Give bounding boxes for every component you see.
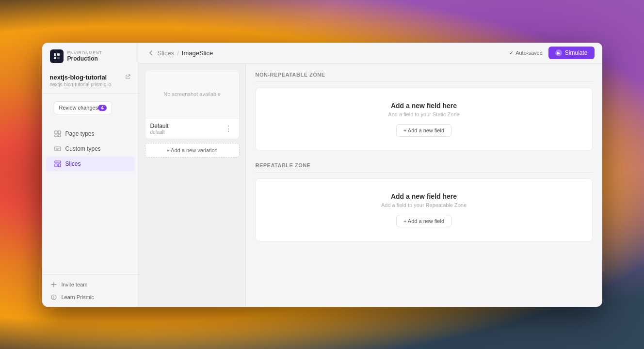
slice-name: Default <box>150 123 169 129</box>
environment-label: Environment <box>67 50 102 55</box>
project-name: nextjs-blog-tutorial <box>50 74 131 81</box>
fields-panel: Non-Repeatable Zone Add a new field here… <box>246 64 602 307</box>
svg-rect-0 <box>54 53 56 56</box>
slice-menu-button[interactable]: ⋮ <box>223 124 234 133</box>
custom-types-icon <box>54 145 62 153</box>
repeatable-empty-subtitle: Add a field to your Repeatable Zone <box>266 202 582 208</box>
slice-preview: No screenshot available <box>145 70 239 119</box>
invite-team-label: Invite team <box>62 282 88 287</box>
slice-card-default[interactable]: No screenshot available Default default … <box>145 70 240 139</box>
checkmark-icon: ✓ <box>509 50 514 56</box>
sidebar: Environment Production nextjs-blog-tutor… <box>42 43 139 307</box>
slices-icon <box>54 160 62 168</box>
svg-rect-2 <box>54 57 56 59</box>
review-changes-badge: 4 <box>98 105 107 111</box>
svg-rect-4 <box>55 131 57 134</box>
repeatable-zone: Repeatable Zone Add a new field here Add… <box>256 162 593 241</box>
environment-name: Production <box>67 55 102 62</box>
add-field-non-repeatable-button[interactable]: + Add a new field <box>396 124 451 137</box>
breadcrumb-separator: / <box>177 49 179 57</box>
topbar-actions: ✓ Auto-saved ▶ Simulate <box>509 47 594 59</box>
non-repeatable-empty-title: Add a new field here <box>266 102 582 110</box>
slices-label: Slices <box>65 160 81 167</box>
svg-rect-11 <box>58 164 61 167</box>
svg-rect-1 <box>57 53 60 56</box>
svg-rect-3 <box>57 57 60 59</box>
external-link-icon[interactable] <box>125 74 131 81</box>
main-content: Slices / ImageSlice ✓ Auto-saved ▶ Simul… <box>139 43 602 307</box>
sidebar-footer: Invite team Learn Prismic <box>42 274 139 307</box>
svg-rect-6 <box>55 135 57 137</box>
simulate-button[interactable]: ▶ Simulate <box>548 47 595 59</box>
repeatable-empty-title: Add a new field here <box>266 192 582 200</box>
breadcrumb-parent: Slices <box>158 49 175 57</box>
app-icon <box>50 49 64 63</box>
svg-rect-7 <box>58 135 61 137</box>
page-types-icon <box>54 130 62 138</box>
learn-prismic-item[interactable]: Learn Prismic <box>50 293 131 301</box>
invite-team-item[interactable]: Invite team <box>50 281 131 288</box>
review-changes-button[interactable]: Review changes 4 <box>54 101 112 114</box>
repeatable-zone-empty: Add a new field here Add a field to your… <box>256 178 593 241</box>
non-repeatable-zone-empty: Add a new field here Add a field to your… <box>256 88 593 151</box>
circle-info-icon <box>50 293 58 301</box>
auto-saved-indicator: ✓ Auto-saved <box>509 50 543 56</box>
learn-prismic-label: Learn Prismic <box>62 294 94 300</box>
custom-types-label: Custom types <box>65 145 101 152</box>
page-types-label: Page types <box>65 130 95 137</box>
plus-icon <box>50 281 58 288</box>
slice-name-block: Default default <box>150 123 169 135</box>
project-section: nextjs-blog-tutorial nextjs-blog-tutoria… <box>42 70 139 94</box>
repeatable-zone-title: Repeatable Zone <box>256 162 593 173</box>
sidebar-item-custom-types[interactable]: Custom types <box>46 142 135 156</box>
environment-info: Environment Production <box>67 50 102 62</box>
topbar: Slices / ImageSlice ✓ Auto-saved ▶ Simul… <box>139 43 602 64</box>
slice-variation: default <box>150 129 169 135</box>
svg-rect-5 <box>58 131 61 134</box>
sidebar-header: Environment Production <box>42 43 139 70</box>
sidebar-item-page-types[interactable]: Page types <box>46 127 135 141</box>
nav-items: Page types Custom types <box>42 122 139 274</box>
breadcrumb: Slices / ImageSlice <box>147 49 213 57</box>
add-field-repeatable-button[interactable]: + Add a new field <box>396 215 451 227</box>
non-repeatable-empty-subtitle: Add a field to your Static Zone <box>266 111 582 117</box>
slice-info: Default default ⋮ <box>145 119 239 139</box>
breadcrumb-current: ImageSlice <box>182 49 213 57</box>
svg-rect-9 <box>55 161 61 163</box>
app-window: Environment Production nextjs-blog-tutor… <box>42 43 602 307</box>
project-url: nextjs-blog-tutorial.prismic.io <box>50 82 131 87</box>
non-repeatable-zone: Non-Repeatable Zone Add a new field here… <box>256 72 593 151</box>
sidebar-item-slices[interactable]: Slices <box>46 157 135 171</box>
content-area: No screenshot available Default default … <box>139 64 602 307</box>
svg-rect-10 <box>55 164 57 167</box>
non-repeatable-zone-title: Non-Repeatable Zone <box>256 72 593 82</box>
slices-panel: No screenshot available Default default … <box>139 64 246 307</box>
breadcrumb-back-button[interactable] <box>147 49 155 57</box>
simulate-icon: ▶ <box>555 49 562 56</box>
add-variation-button[interactable]: + Add a new variation <box>145 143 240 158</box>
